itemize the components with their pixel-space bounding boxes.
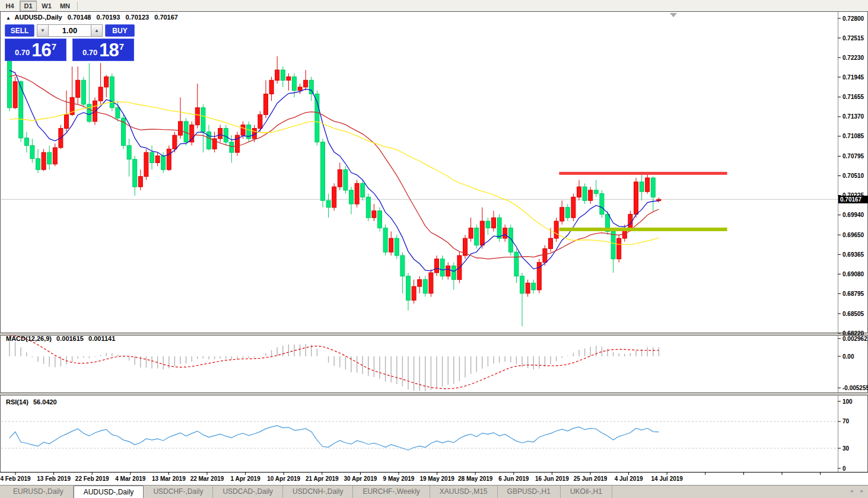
time-tick-label: 9 May 2019 xyxy=(383,475,415,482)
ohlc-low: 0.70123 xyxy=(125,14,149,21)
time-tick-label: 13 Mar 2019 xyxy=(152,475,186,482)
price-tick-label: 0.69940 xyxy=(842,212,864,218)
macd-tick-label: -0.005255 xyxy=(842,385,868,391)
price-tick-label: 0.71655 xyxy=(842,94,864,100)
macd-name: MACD(12,26,9) xyxy=(6,335,52,342)
macd-signal-value: 0.001141 xyxy=(88,335,115,342)
macd-tick-label: 0.00 xyxy=(842,353,854,360)
chart-symbol-header: ▲ AUDUSD-,Daily 0.70148 0.70193 0.70123 … xyxy=(6,14,182,21)
time-tick-label: 21 Apr 2019 xyxy=(306,475,339,482)
chart-tabs-bar: EURUSD-,DailyAUDUSD-,DailyUSDCHF-,DailyU… xyxy=(0,485,868,498)
macd-tick-label: 0.002962 xyxy=(842,336,867,342)
rsi-tick-label: 30 xyxy=(842,445,850,452)
rsi-name: RSI(14) xyxy=(6,398,28,406)
time-axis: 4 Feb 201913 Feb 201922 Feb 20194 Mar 20… xyxy=(0,473,820,482)
time-tick-label: 1 Apr 2019 xyxy=(230,475,260,482)
price-tick-label: 0.68795 xyxy=(842,290,864,297)
chart-tab-audusd-daily[interactable]: AUDUSD-,Daily xyxy=(74,486,144,498)
price-tick-label: 0.69650 xyxy=(842,232,864,238)
rsi-value: 56.0420 xyxy=(33,398,57,406)
price-axis: 0.728000.725150.722300.719450.716550.713… xyxy=(838,15,864,337)
time-tick-label: 25 Jun 2019 xyxy=(574,475,608,482)
time-tick-label: 16 Jun 2019 xyxy=(535,475,569,482)
chart-tab-eurusd-daily[interactable]: EURUSD-,Daily xyxy=(4,486,74,498)
chart-tab-usdcad-daily[interactable]: USDCAD-,Daily xyxy=(213,486,283,498)
time-tick-label: 30 Apr 2019 xyxy=(344,475,377,482)
macd-main-value: 0.001615 xyxy=(56,335,84,342)
macd-indicator-label: MACD(12,26,9) 0.001615 0.001141 xyxy=(6,335,118,342)
rsi-tick-label: 0 xyxy=(842,465,846,472)
time-tick-label: 10 Apr 2019 xyxy=(267,475,300,482)
time-tick-label: 13 Feb 2019 xyxy=(37,475,71,482)
chart-tab-gbpusd-h1[interactable]: GBPUSD-,H1 xyxy=(498,486,561,498)
price-tick-label: 0.69365 xyxy=(842,251,864,258)
chart-tab-usdcnh-daily[interactable]: USDCNH-,Daily xyxy=(283,486,353,498)
time-tick-label: 14 Jul 2019 xyxy=(651,475,683,482)
volume-decrease-button[interactable]: ▼ xyxy=(37,24,49,37)
current-price-tag: 0.70167 xyxy=(838,196,868,203)
rsi-plot[interactable] xyxy=(1,395,838,472)
time-tick-label: 19 May 2019 xyxy=(419,475,454,482)
time-tick-label: 22 Mar 2019 xyxy=(190,475,224,482)
sell-price-small: 0.70 xyxy=(15,48,30,57)
price-tick-label: 0.71085 xyxy=(842,133,864,139)
chart-tabs: EURUSD-,DailyAUDUSD-,DailyUSDCHF-,DailyU… xyxy=(4,486,868,498)
time-tick-label: 4 Feb 2019 xyxy=(0,475,31,482)
price-tick-label: 0.71370 xyxy=(842,113,864,120)
sell-price-superscript: 7 xyxy=(52,42,56,52)
price-tick-label: 0.68505 xyxy=(842,311,864,317)
chart-tab-ukoil-h1[interactable]: UKOil-,H1 xyxy=(561,486,612,498)
rsi-tick-label: 100 xyxy=(842,398,853,405)
time-tick-label: 4 Mar 2019 xyxy=(115,475,146,482)
price-tick-label: 0.72800 xyxy=(842,15,864,22)
price-tick-label: 0.72230 xyxy=(842,55,864,61)
chart-tab-usdchf-daily[interactable]: USDCHF-,Daily xyxy=(144,486,213,498)
time-tick-label: 4 Jul 2019 xyxy=(615,475,643,482)
price-tick-label: 0.71945 xyxy=(842,74,864,81)
buy-button[interactable]: BUY xyxy=(105,24,135,37)
chart-tab-xauusd-m15[interactable]: XAUUSD-,M15 xyxy=(430,486,498,498)
time-tick-label: 22 Feb 2019 xyxy=(75,475,109,482)
symbol-title: AUDUSD-,Daily xyxy=(15,14,62,21)
price-tick-label: 0.70510 xyxy=(842,173,864,179)
time-tick-label: 28 May 2019 xyxy=(458,475,493,482)
sell-quote-box[interactable]: 0.70 16 7 xyxy=(5,39,66,61)
sell-price-big: 16 xyxy=(31,41,50,59)
ohlc-close: 0.70167 xyxy=(154,14,178,21)
ohlc-open: 0.70148 xyxy=(68,14,91,21)
volume-input[interactable] xyxy=(49,24,91,37)
sell-button[interactable]: SELL xyxy=(5,24,34,37)
collapse-arrow-icon[interactable]: ▲ xyxy=(6,15,11,21)
rsi-tick-label: 70 xyxy=(842,418,850,424)
buy-quote-box[interactable]: 0.70 18 7 xyxy=(72,39,134,61)
rsi-axis: 10070300 xyxy=(838,398,853,472)
volume-increase-button[interactable]: ▲ xyxy=(91,24,103,37)
buy-price-superscript: 7 xyxy=(119,42,124,52)
price-tick-label: 0.69080 xyxy=(842,271,864,277)
macd-axis: 0.0029620.00-0.005255 xyxy=(838,336,868,391)
time-tick-label: 6 Jun 2019 xyxy=(498,475,529,482)
price-tick-label: 0.70795 xyxy=(842,153,864,159)
ohlc-high: 0.70193 xyxy=(97,14,120,21)
one-click-trade-panel: SELL ▼ ▲ BUY 0.70 16 7 0.70 18 7 xyxy=(5,24,135,61)
tabs-navigation: ◄ ► xyxy=(844,489,864,494)
tabs-scroll-left-button[interactable]: ◄ xyxy=(849,489,854,494)
rsi-indicator-label: RSI(14) 56.0420 xyxy=(6,398,60,406)
buy-price-big: 18 xyxy=(99,41,118,59)
price-tick-label: 0.72515 xyxy=(842,35,864,42)
chart-tab-eurchf-weekly[interactable]: EURCHF-,Weekly xyxy=(353,486,430,498)
buy-price-small: 0.70 xyxy=(82,48,97,57)
chart-canvas[interactable]: 0.728000.725150.722300.719450.716550.713… xyxy=(0,0,868,485)
macd-plot[interactable] xyxy=(1,336,838,392)
tabs-scroll-right-button[interactable]: ► xyxy=(860,489,864,494)
